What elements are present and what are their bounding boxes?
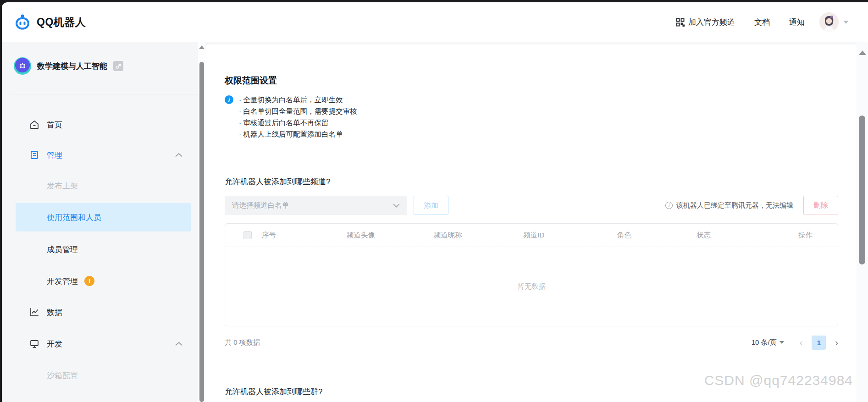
channel-whitelist-select[interactable]: 请选择频道白名单 — [225, 196, 407, 215]
column-header: 频道头像 — [347, 231, 434, 240]
sidebar-item-home[interactable]: 首页 — [2, 110, 198, 140]
content-card: 权限范围设置 i · 全量切换为白名单后，立即生效 · 白名单切回全量范围，需要… — [205, 44, 857, 402]
column-header: 操作 — [798, 231, 838, 240]
bot-avatar — [14, 57, 31, 75]
watermark: CSDN @qq742234984 — [704, 373, 853, 388]
main-area: 权限范围设置 i · 全量切换为白名单后，立即生效 · 白名单切回全量范围，需要… — [205, 42, 857, 402]
monitor-icon — [29, 339, 39, 349]
channel-table: 序号 频道头像 频道昵称 频道ID 角色 状态 操作 暂无数据 — [225, 223, 838, 326]
column-header: 状态 — [697, 231, 798, 240]
scroll-up-arrow-icon[interactable] — [199, 45, 205, 49]
join-official-channel-label: 加入官方频道 — [688, 17, 735, 28]
column-header: 频道昵称 — [434, 231, 523, 240]
page-size-select[interactable]: 10 条/页 — [752, 338, 784, 347]
scrollbar-thumb[interactable] — [859, 116, 865, 264]
locked-note-group: i 该机器人已绑定至腾讯元器，无法编辑 删除 — [665, 196, 838, 215]
pagination: 共 0 项数据 10 条/页 ‹ 1 › — [225, 334, 838, 351]
notice-line: · 机器人上线后可配置添加白名单 — [239, 128, 357, 140]
scrollbar-thumb[interactable] — [199, 62, 204, 402]
notice-line: · 审核通过后白名单不再保留 — [239, 117, 357, 128]
table-header-row: 序号 频道头像 频道昵称 频道ID 角色 状态 操作 — [225, 224, 838, 247]
pagination-total: 共 0 项数据 — [225, 338, 260, 347]
user-avatar — [819, 12, 839, 32]
notice-block: i · 全量切换为白名单后，立即生效 · 白名单切回全量范围，需要提交审核 · … — [225, 94, 357, 140]
app-logo[interactable]: QQ机器人 — [13, 12, 86, 32]
robot-logo-icon — [13, 12, 32, 32]
bot-name: 数学建模与人工智能 — [37, 61, 107, 72]
sidebar: 数学建模与人工智能 首页 — [2, 42, 198, 402]
docs-label: 文档 — [754, 17, 770, 28]
notice-line: · 全量切换为白名单后，立即生效 — [239, 94, 357, 105]
home-icon — [29, 120, 39, 130]
app-title: QQ机器人 — [37, 15, 86, 29]
bot-identity: 数学建模与人工智能 — [14, 57, 123, 75]
prev-page-button[interactable]: ‹ — [800, 337, 803, 348]
group-question: 允许机器人被添加到哪些群? — [225, 386, 322, 397]
sidebar-item-dev-manage[interactable]: 开发管理 ! — [2, 265, 198, 297]
user-menu[interactable] — [819, 12, 849, 32]
sidebar-item-label: 成员管理 — [47, 244, 78, 255]
document-icon — [29, 150, 39, 160]
page-size-label: 10 条/页 — [752, 338, 777, 347]
chevron-up-icon[interactable] — [175, 153, 182, 157]
sidebar-item-label: 首页 — [47, 120, 62, 130]
warning-badge-icon: ! — [84, 276, 94, 286]
sidebar-item-members[interactable]: 成员管理 — [2, 233, 198, 265]
chevron-down-icon — [393, 204, 400, 208]
sidebar-item-label: 沙箱配置 — [47, 370, 78, 381]
content-scrollbar[interactable] — [198, 42, 205, 402]
link-icon[interactable] — [113, 61, 123, 71]
current-page-button[interactable]: 1 — [812, 336, 826, 350]
chevron-down-icon — [843, 21, 849, 24]
top-nav: 加入官方频道 文档 通知 — [676, 12, 849, 32]
select-placeholder: 请选择频道白名单 — [232, 201, 289, 210]
sidebar-item-label: 开发管理 — [47, 276, 78, 286]
locked-note: 该机器人已绑定至腾讯元器，无法编辑 — [676, 201, 793, 210]
sidebar-item-label: 数据 — [47, 307, 62, 318]
sidebar-item-label: 发布上架 — [47, 181, 78, 191]
table-empty-state: 暂无数据 — [225, 247, 838, 326]
notice-line: · 白名单切回全量范围，需要提交审核 — [239, 105, 357, 117]
info-icon: i — [225, 95, 233, 104]
sidebar-item-data[interactable]: 数据 — [2, 297, 198, 328]
sidebar-divider — [11, 94, 198, 94]
chevron-down-icon — [780, 341, 784, 344]
delete-button[interactable]: 删除 — [803, 196, 838, 215]
column-header: 角色 — [617, 231, 697, 240]
info-outline-icon: i — [665, 202, 673, 209]
sidebar-item-label: 使用范围和人员 — [47, 212, 101, 223]
chevron-up-icon[interactable] — [175, 342, 182, 346]
column-header: 频道ID — [523, 231, 617, 240]
docs-link[interactable]: 文档 — [754, 17, 770, 28]
next-page-button[interactable]: › — [835, 337, 838, 348]
column-header: 序号 — [262, 231, 347, 240]
sidebar-item-manage[interactable]: 管理 — [2, 140, 198, 170]
sidebar-item-label: 开发 — [47, 339, 62, 349]
qr-code-icon — [676, 18, 685, 27]
add-button[interactable]: 添加 — [414, 196, 448, 215]
sidebar-item-sandbox[interactable]: 沙箱配置 — [2, 360, 198, 391]
notifications-link[interactable]: 通知 — [789, 17, 805, 28]
sidebar-item-label: 管理 — [47, 150, 62, 160]
window-scrollbar[interactable] — [857, 42, 868, 402]
join-official-channel-link[interactable]: 加入官方频道 — [676, 17, 735, 28]
sidebar-menu: 首页 管理 发布上架 使用范围和人员 成员管理 — [2, 110, 198, 391]
notifications-label: 通知 — [789, 17, 805, 28]
select-all-checkbox[interactable] — [243, 231, 252, 239]
scroll-up-arrow-icon[interactable] — [859, 50, 866, 55]
top-header: QQ机器人 加入官方频道 文档 通知 — [2, 2, 868, 42]
channel-controls: 请选择频道白名单 添加 i 该机器人已绑定至腾讯元器，无法编辑 删除 — [225, 196, 838, 215]
sidebar-item-scope-active[interactable]: 使用范围和人员 — [16, 203, 191, 231]
channel-question: 允许机器人被添加到哪些频道? — [225, 176, 330, 187]
chart-icon — [29, 307, 39, 317]
sidebar-item-publish[interactable]: 发布上架 — [2, 170, 198, 201]
page-title: 权限范围设置 — [225, 75, 277, 87]
sidebar-item-develop[interactable]: 开发 — [2, 328, 198, 360]
